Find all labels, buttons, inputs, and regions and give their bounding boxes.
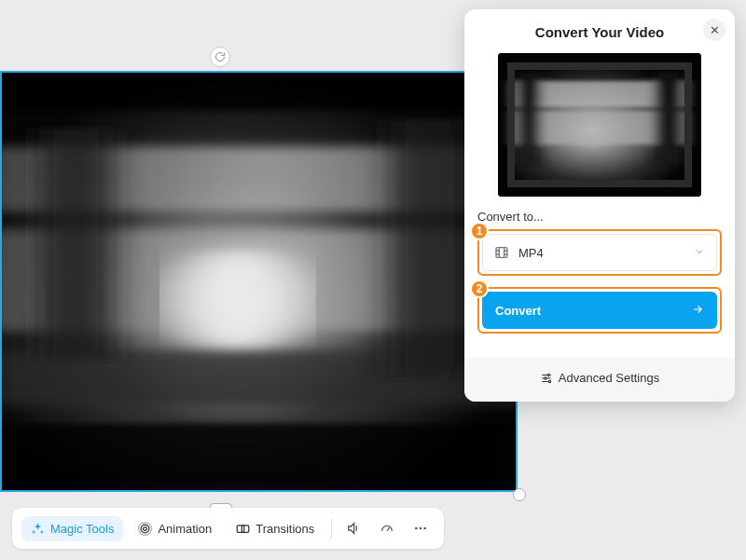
svg-rect-6 [391, 119, 464, 378]
bottom-toolbar: Magic Tools Animation Transitions [12, 508, 444, 549]
advanced-settings-link[interactable]: Advanced Settings [540, 371, 659, 385]
svg-rect-26 [496, 248, 507, 258]
svg-rect-15 [242, 525, 249, 532]
format-select[interactable]: MP4 [482, 234, 717, 271]
svg-rect-23 [517, 72, 541, 165]
svg-point-18 [424, 527, 427, 530]
panel-title: Convert Your Video [476, 24, 724, 40]
advanced-settings-label: Advanced Settings [559, 371, 659, 385]
svg-point-28 [544, 376, 546, 378]
sliders-icon [540, 372, 553, 385]
svg-rect-9 [2, 73, 516, 110]
more-button[interactable] [407, 514, 435, 542]
toolbar-separator [331, 518, 332, 539]
close-icon: ✕ [710, 23, 720, 37]
format-select-highlight: 1 MP4 [477, 229, 722, 276]
sparkle-icon [31, 522, 45, 536]
convert-button[interactable]: Convert [482, 292, 717, 329]
svg-point-16 [415, 527, 418, 530]
video-thumbnail [498, 53, 701, 197]
svg-point-17 [420, 527, 422, 530]
svg-point-27 [547, 374, 549, 376]
svg-point-12 [142, 525, 150, 533]
panel-header: Convert Your Video ✕ [464, 9, 735, 48]
resize-handle-corner[interactable] [513, 488, 526, 501]
magic-tools-label: Magic Tools [50, 522, 114, 536]
svg-point-10 [173, 248, 303, 349]
editor-canvas: Magic Tools Animation Transitions Conver… [0, 0, 746, 560]
speed-button[interactable] [373, 514, 401, 542]
panel-footer: Advanced Settings [464, 358, 735, 402]
volume-button[interactable] [339, 514, 367, 542]
volume-icon [346, 521, 361, 536]
transitions-label: Transitions [256, 522, 314, 536]
svg-rect-14 [237, 525, 244, 532]
rotate-handle[interactable] [210, 47, 230, 67]
film-icon [494, 245, 509, 260]
animation-button[interactable]: Animation [129, 516, 221, 541]
convert-button-highlight: 2 Convert [477, 287, 722, 334]
svg-point-29 [548, 380, 550, 382]
svg-point-11 [144, 526, 147, 530]
svg-rect-5 [39, 128, 113, 359]
arrow-right-icon [691, 303, 704, 319]
step-badge-1: 1 [470, 222, 489, 240]
video-preview[interactable] [0, 71, 518, 492]
step-badge-2: 2 [470, 280, 489, 298]
svg-rect-24 [655, 72, 683, 165]
transitions-icon [236, 522, 250, 536]
speedometer-icon [380, 521, 394, 536]
animation-icon [138, 522, 152, 536]
transitions-button[interactable]: Transitions [227, 516, 324, 541]
convert-button-label: Convert [495, 304, 541, 318]
magic-tools-button[interactable]: Magic Tools [21, 516, 123, 541]
panel-close-button[interactable]: ✕ [703, 19, 725, 41]
animation-label: Animation [158, 522, 212, 536]
convert-to-label: Convert to... [477, 210, 722, 224]
convert-panel: Convert Your Video ✕ [464, 9, 735, 402]
format-value: MP4 [518, 246, 544, 260]
panel-body: Convert to... 1 MP4 2 Convert [464, 48, 735, 358]
svg-rect-8 [2, 424, 516, 490]
chevron-down-icon [694, 246, 705, 260]
more-icon [413, 521, 428, 536]
